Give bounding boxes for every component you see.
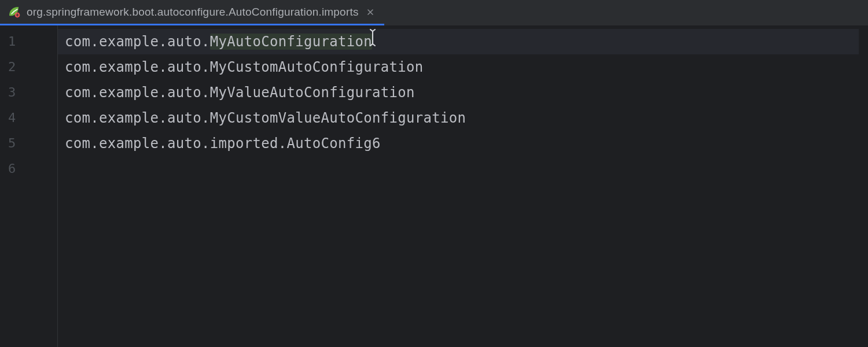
code-line[interactable]: com.example.auto.MyValueAutoConfiguratio… [58,80,859,105]
vertical-scrollbar[interactable] [859,25,868,347]
code-line[interactable] [58,156,859,182]
editor: 1 2 3 4 5 6 com.example.auto.MyAutoConfi… [0,25,868,347]
close-tab-button[interactable] [365,6,376,18]
line-number[interactable]: 4 [0,105,57,131]
line-number[interactable]: 3 [0,80,57,105]
line-number[interactable]: 2 [0,54,57,80]
editor-tab[interactable]: org.springframework.boot.autoconfigure.A… [0,0,384,25]
usage-highlight: MyAutoConfiguration [210,34,372,50]
spring-leaf-icon [7,5,21,19]
code-area[interactable]: com.example.auto.MyAutoConfiguration com… [58,25,859,347]
line-number[interactable]: 5 [0,131,57,156]
tab-bar: org.springframework.boot.autoconfigure.A… [0,0,868,25]
code-line[interactable]: com.example.auto.MyCustomValueAutoConfig… [58,105,859,131]
line-number-gutter: 1 2 3 4 5 6 [0,25,58,347]
line-number[interactable]: 6 [0,156,57,182]
code-text: com.example.auto.imported.AutoConfig6 [65,135,381,152]
code-text: com.example.auto.MyCustomAutoConfigurati… [65,59,423,75]
line-number[interactable]: 1 [0,29,57,54]
code-text: com.example.auto. [65,34,210,50]
code-line[interactable]: com.example.auto.MyAutoConfiguration [58,29,859,54]
code-text: com.example.auto.MyValueAutoConfiguratio… [65,84,415,101]
code-line[interactable]: com.example.auto.imported.AutoConfig6 [58,131,859,156]
text-caret-icon [372,29,373,46]
tab-title: org.springframework.boot.autoconfigure.A… [27,6,359,19]
code-line[interactable]: com.example.auto.MyCustomAutoConfigurati… [58,54,859,80]
code-text: com.example.auto.MyCustomValueAutoConfig… [65,110,466,126]
close-icon [367,9,374,16]
